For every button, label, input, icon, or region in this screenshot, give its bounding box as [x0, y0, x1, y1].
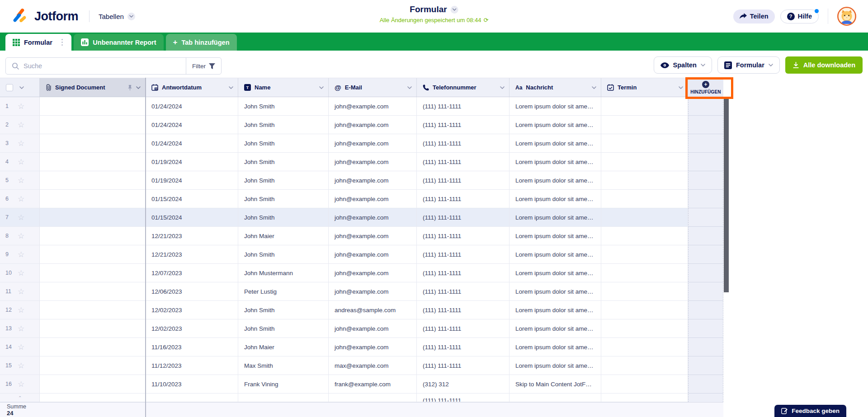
cell-name[interactable]: John Mustermann: [238, 264, 329, 282]
cell-antwortdatum[interactable]: 01/24/2024: [146, 134, 238, 152]
cell-telefonnummer[interactable]: (111) 111-1111: [417, 227, 509, 245]
star-icon[interactable]: ☆: [18, 306, 24, 314]
cell-signed-document[interactable]: [40, 171, 146, 189]
cell-name[interactable]: John Smith: [238, 116, 329, 134]
cell-antwortdatum[interactable]: 11/16/2023: [146, 338, 238, 356]
cell-name[interactable]: John Smith: [238, 153, 329, 171]
cell-name[interactable]: John Smith: [238, 208, 329, 226]
star-icon[interactable]: ☆: [18, 232, 24, 240]
cell-email[interactable]: john@example.com: [329, 153, 417, 171]
cell-telefonnummer[interactable]: (111) 111-1111: [417, 338, 509, 356]
filter-button[interactable]: Filter: [186, 58, 221, 74]
column-header-name[interactable]: T Name: [238, 78, 329, 97]
cell-email[interactable]: john@example.com: [329, 245, 417, 263]
cell-signed-document[interactable]: [40, 190, 146, 208]
cell-termin[interactable]: [601, 245, 688, 263]
star-icon[interactable]: ☆: [18, 103, 24, 110]
cell-antwortdatum[interactable]: 01/15/2024: [146, 190, 238, 208]
cell-telefonnummer[interactable]: (111) 111-1111: [417, 301, 509, 319]
vertical-scrollbar[interactable]: [724, 98, 729, 292]
chevron-down-icon[interactable]: [407, 86, 412, 89]
column-header-termin[interactable]: Termin: [601, 78, 688, 97]
cell-nachricht[interactable]: Lorem ipsum dolor sit ame…: [509, 245, 601, 263]
cell-nachricht[interactable]: Lorem ipsum dolor sit ame…: [509, 116, 601, 134]
cell-name[interactable]: John Smith: [238, 171, 329, 189]
cell-nachricht[interactable]: Lorem ipsum dolor sit ame…: [509, 356, 601, 375]
cell-antwortdatum[interactable]: 12/02/2023: [146, 319, 238, 337]
cell-antwortdatum[interactable]: 11/12/2023: [146, 356, 238, 375]
pinned-column-divider[interactable]: [145, 78, 146, 417]
cell-name[interactable]: John Smith: [238, 190, 329, 208]
feedback-button[interactable]: Feedback geben: [774, 405, 846, 417]
cell-telefonnummer[interactable]: (111) 111-1111: [417, 153, 509, 171]
tab-add-button[interactable]: + Tab hinzufügen: [166, 34, 237, 51]
column-header-signed-document[interactable]: Signed Document: [40, 78, 146, 97]
chevron-down-icon[interactable]: [136, 86, 141, 89]
tab-formular[interactable]: Formular: [5, 34, 71, 51]
cell-termin[interactable]: [601, 171, 688, 189]
tab-unbenannter-report[interactable]: Unbenannter Report: [74, 34, 163, 51]
cell-antwortdatum[interactable]: 12/21/2023: [146, 245, 238, 263]
cell-name[interactable]: John Maier: [238, 338, 329, 356]
cell-telefonnummer[interactable]: (111) 111-1111: [417, 264, 509, 282]
cell-signed-document[interactable]: [40, 319, 146, 337]
cell-telefonnummer[interactable]: (111) 111-1111: [417, 116, 509, 134]
column-header-telefonnummer[interactable]: Telefonnummer: [417, 78, 509, 97]
chevron-down-icon[interactable]: [319, 86, 324, 89]
cell-email[interactable]: john@example.com: [329, 319, 417, 337]
chevron-down-icon[interactable]: [592, 86, 596, 89]
cell-antwortdatum[interactable]: 12/07/2023: [146, 264, 238, 282]
add-column-button[interactable]: + HINZUFÜGEN: [688, 78, 723, 97]
cell-nachricht[interactable]: Lorem ipsum dolor sit ame…: [509, 282, 601, 300]
refresh-icon[interactable]: ⟳: [483, 17, 488, 23]
cell-termin[interactable]: [601, 134, 688, 152]
cell-signed-document[interactable]: [40, 282, 146, 300]
cell-signed-document[interactable]: [40, 134, 146, 152]
share-button[interactable]: Teilen: [733, 9, 775, 23]
cell-signed-document[interactable]: [40, 227, 146, 245]
cell-termin[interactable]: [601, 227, 688, 245]
star-icon[interactable]: ☆: [18, 177, 24, 184]
star-icon[interactable]: ☆: [18, 214, 24, 221]
cell-antwortdatum[interactable]: 01/19/2024: [146, 153, 238, 171]
cell-nachricht[interactable]: Lorem ipsum dolor sit ame…: [509, 227, 601, 245]
column-header-antwortdatum[interactable]: 10 Antwortdatum: [146, 78, 238, 97]
star-icon[interactable]: ☆: [18, 380, 24, 388]
add-column-body[interactable]: [688, 97, 723, 402]
select-all-checkbox[interactable]: [6, 84, 13, 91]
cell-nachricht[interactable]: Lorem ipsum dolor sit ame…: [509, 301, 601, 319]
star-icon[interactable]: ☆: [18, 251, 24, 258]
cell-termin[interactable]: [601, 264, 688, 282]
cell-nachricht[interactable]: Lorem ipsum dolor sit ame…: [509, 190, 601, 208]
cell-email[interactable]: john@example.com: [329, 134, 417, 152]
cell-name[interactable]: Max Smith: [238, 356, 329, 375]
cell-nachricht[interactable]: Lorem ipsum dolor sit ame…: [509, 153, 601, 171]
cell-email[interactable]: john@example.com: [329, 190, 417, 208]
cell-name[interactable]: John Smith: [238, 245, 329, 263]
cell-signed-document[interactable]: [40, 245, 146, 263]
cell-telefonnummer[interactable]: (312) 312: [417, 375, 509, 393]
cell-nachricht[interactable]: Lorem ipsum dolor sit ame…: [509, 97, 601, 115]
cell-telefonnummer[interactable]: (111) 111-1111: [417, 208, 509, 226]
chevron-down-icon[interactable]: [229, 86, 233, 89]
cell-nachricht[interactable]: Skip to Main Content JotF…: [509, 375, 601, 393]
cell-signed-document[interactable]: [40, 301, 146, 319]
tab-menu-icon[interactable]: [60, 37, 65, 47]
cell-termin[interactable]: [601, 97, 688, 115]
cell-antwortdatum[interactable]: 12/02/2023: [146, 301, 238, 319]
cell-telefonnummer[interactable]: (111) 111-1111: [417, 97, 509, 115]
column-header-email[interactable]: @ E-Mail: [329, 78, 417, 97]
cell-signed-document[interactable]: [40, 153, 146, 171]
avatar[interactable]: [837, 7, 856, 26]
help-button[interactable]: ? Hilfe: [780, 9, 819, 23]
star-icon[interactable]: ☆: [18, 121, 24, 129]
cell-termin[interactable]: [601, 282, 688, 300]
cell-telefonnummer[interactable]: (111) 111-1111: [417, 190, 509, 208]
cell-termin[interactable]: [601, 116, 688, 134]
cell-name[interactable]: John Smith: [238, 97, 329, 115]
cell-nachricht[interactable]: Lorem ipsum dolor sit ame…: [509, 208, 601, 226]
cell-telefonnummer[interactable]: (111) 111-1111: [417, 282, 509, 300]
cell-email[interactable]: john@example.com: [329, 171, 417, 189]
cell-signed-document[interactable]: [40, 356, 146, 375]
jotform-logo-icon[interactable]: [12, 8, 28, 24]
